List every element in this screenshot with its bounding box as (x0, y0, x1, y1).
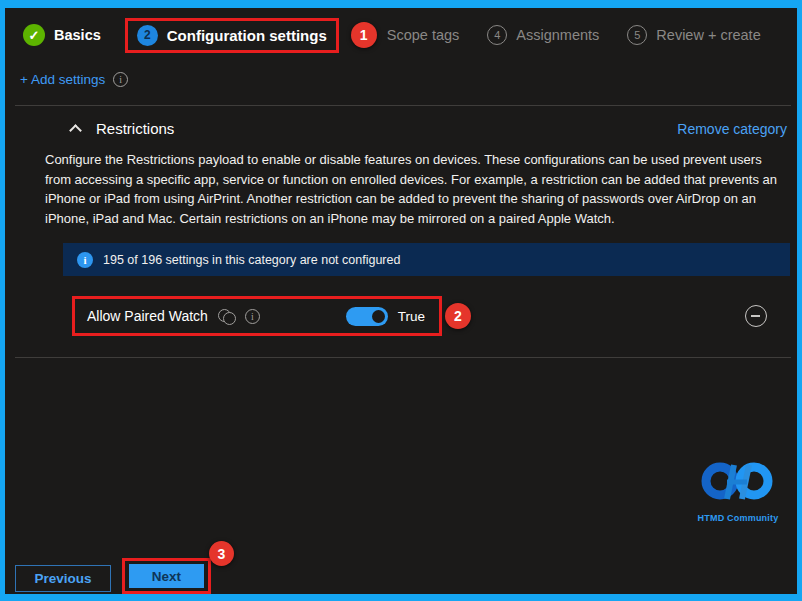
divider (15, 105, 791, 106)
not-configured-banner: 195 of 196 settings in this category are… (63, 243, 790, 276)
step-basics[interactable]: Basics (23, 24, 101, 46)
info-icon (77, 252, 93, 268)
step-scope-tags-label: Scope tags (387, 27, 460, 43)
allow-paired-watch-toggle[interactable] (346, 307, 388, 326)
step-number-icon: 4 (487, 25, 507, 45)
copy-icon[interactable] (218, 309, 236, 324)
divider (15, 357, 791, 358)
next-button[interactable]: Next (129, 564, 204, 588)
info-icon[interactable] (245, 309, 260, 324)
add-settings-link[interactable]: + Add settings (20, 72, 128, 87)
step-configuration-label[interactable]: Configuration settings (167, 27, 327, 44)
htmd-logo-text: HTMD Community (685, 513, 791, 523)
wizard-page: Basics 2 Configuration settings 1 Scope … (0, 0, 802, 601)
annotation-badge-2: 2 (445, 303, 471, 329)
wizard-steps: Basics 2 Configuration settings 1 Scope … (23, 16, 789, 54)
htmd-logo: HTMD Community (685, 458, 791, 523)
step-assignments-label: Assignments (516, 27, 599, 43)
previous-button[interactable]: Previous (15, 565, 111, 592)
check-circle-icon (23, 24, 45, 46)
toggle-knob (372, 310, 385, 323)
remove-category-link[interactable]: Remove category (677, 121, 787, 137)
annotation-rect-next: Next (122, 558, 211, 594)
add-settings-label: + Add settings (20, 72, 105, 87)
step-number-icon: 2 (137, 25, 158, 46)
annotation-badge-3: 3 (209, 541, 234, 566)
step-review-create[interactable]: 5 Review + create (627, 25, 760, 45)
banner-text: 195 of 196 settings in this category are… (103, 253, 400, 267)
remove-setting-icon[interactable] (745, 305, 767, 327)
htmd-logo-icon (694, 458, 782, 508)
setting-label: Allow Paired Watch (87, 308, 208, 324)
step-assignments[interactable]: 4 Assignments (487, 25, 599, 45)
annotation-rect-configuration-step: 2 Configuration settings (125, 18, 339, 53)
toggle-value: True (398, 309, 425, 324)
chevron-up-icon[interactable] (69, 124, 82, 137)
category-title: Restrictions (96, 120, 174, 137)
step-number-icon: 5 (627, 25, 647, 45)
step-basics-label: Basics (54, 27, 101, 43)
category-description: Configure the Restrictions payload to en… (45, 150, 783, 228)
step-review-create-label: Review + create (656, 27, 760, 43)
annotation-badge-1: 1 (351, 22, 377, 48)
info-icon (113, 72, 128, 87)
annotation-rect-setting: Allow Paired Watch True (72, 296, 442, 336)
step-scope-tags[interactable]: Scope tags (387, 27, 460, 43)
